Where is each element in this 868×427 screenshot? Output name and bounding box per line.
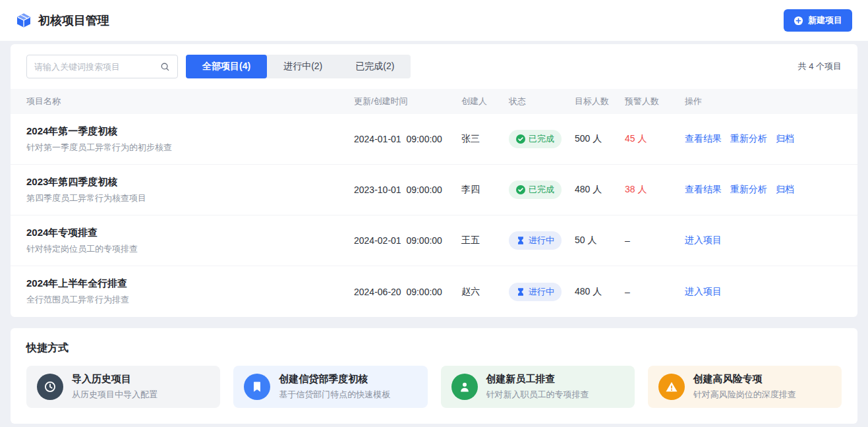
column-header: 创建人 (461, 96, 509, 107)
project-title: 2023年第四季度初核 (26, 176, 354, 188)
check-circle-icon (516, 185, 525, 194)
time-cell: 2023-10-01 09:00:00 (354, 185, 461, 195)
target-count-cell: 480 人 (575, 286, 625, 298)
column-header: 更新/创建时间 (354, 96, 461, 107)
time-cell: 2024-02-01 09:00:00 (354, 235, 461, 246)
actions-cell: 进入项目 (685, 235, 842, 246)
quick-card-title: 创建新员工排查 (486, 373, 589, 385)
project-description: 针对第一季度员工异常行为的初步核查 (26, 142, 354, 154)
creator-cell: 李四 (461, 184, 509, 196)
status-badge: 已完成 (509, 181, 562, 199)
column-header: 目标人数 (575, 96, 625, 107)
quick-card-title: 导入历史项目 (72, 373, 158, 385)
filter-tabs: 全部项目(4) 进行中(2) 已完成(2) (186, 55, 411, 78)
quick-actions-panel: 快捷方式 导入历史项目 从历史项目中导入配置 创建信贷部季度初核 基于信贷部门特… (11, 328, 857, 424)
actions-cell: 进入项目 (685, 286, 842, 298)
actions-cell: 查看结果重新分析归档 (685, 184, 842, 196)
table-row: 2024年第一季度初核 针对第一季度员工异常行为的初步核查 2024-01-01… (11, 114, 857, 165)
warning-count-cell: – (625, 287, 685, 297)
search-input[interactable] (34, 62, 160, 72)
action-link[interactable]: 重新分析 (730, 133, 767, 145)
status-label: 已完成 (529, 184, 554, 196)
actions-cell: 查看结果重新分析归档 (685, 133, 842, 145)
search-box[interactable] (26, 55, 178, 78)
quick-card-icon-circle (451, 374, 478, 400)
status-label: 进行中 (529, 235, 554, 246)
hourglass-icon (516, 287, 525, 297)
action-link[interactable]: 查看结果 (685, 184, 722, 196)
toolbar: 全部项目(4) 进行中(2) 已完成(2) 共 4 个项目 (11, 55, 857, 78)
plus-circle-icon (794, 16, 803, 26)
action-link[interactable]: 归档 (776, 133, 794, 145)
creator-cell: 赵六 (461, 286, 509, 298)
status-label: 进行中 (529, 286, 554, 298)
quick-card-title: 创建高风险专项 (693, 373, 796, 385)
page-title: 初核项目管理 (38, 13, 109, 28)
quick-action-card[interactable]: 创建新员工排查 针对新入职员工的专项排查 (441, 366, 635, 408)
status-cell: 已完成 (509, 130, 575, 148)
target-count-cell: 50 人 (575, 235, 625, 246)
time-cell: 2024-01-01 09:00:00 (354, 134, 461, 144)
new-project-label: 新建项目 (808, 14, 842, 26)
status-cell: 进行中 (509, 231, 575, 250)
quick-card-description: 从历史项目中导入配置 (72, 389, 158, 401)
filter-tab[interactable]: 全部项目(4) (186, 55, 267, 78)
project-title: 2024年第一季度初核 (26, 125, 354, 138)
table-row: 2023年第四季度初核 第四季度员工异常行为核查项目 2023-10-01 09… (11, 165, 857, 215)
action-link[interactable]: 进入项目 (685, 235, 722, 246)
quick-action-card[interactable]: 创建信贷部季度初核 基于信贷部门特点的快速模板 (233, 366, 427, 408)
quick-card-description: 基于信贷部门特点的快速模板 (279, 389, 390, 401)
title-group: 初核项目管理 (16, 13, 109, 28)
column-header: 项目名称 (26, 96, 354, 107)
status-cell: 已完成 (509, 181, 575, 199)
warning-count-cell: 38 人 (625, 184, 685, 196)
filter-tab[interactable]: 进行中(2) (267, 55, 339, 78)
quick-card-title: 创建信贷部季度初核 (279, 373, 390, 385)
action-link[interactable]: 重新分析 (730, 184, 767, 196)
quick-card-text: 创建高风险专项 针对高风险岗位的深度排查 (693, 373, 796, 401)
quick-card-text: 导入历史项目 从历史项目中导入配置 (72, 373, 158, 401)
quick-card-icon-circle (37, 374, 63, 400)
status-badge: 进行中 (509, 283, 562, 301)
quick-card-icon-circle (244, 374, 270, 400)
quick-actions-title: 快捷方式 (26, 341, 842, 355)
hourglass-icon (516, 236, 525, 245)
quick-card-description: 针对新入职员工的专项排查 (486, 389, 589, 401)
column-header: 操作 (685, 96, 842, 107)
status-cell: 进行中 (509, 283, 575, 301)
quick-card-text: 创建信贷部季度初核 基于信贷部门特点的快速模板 (279, 373, 390, 401)
quick-card-icon-circle (658, 374, 685, 400)
status-label: 已完成 (529, 133, 554, 145)
project-title: 2024年专项排查 (26, 227, 354, 239)
quick-card-description: 针对高风险岗位的深度排查 (693, 389, 796, 401)
quick-action-card[interactable]: 导入历史项目 从历史项目中导入配置 (26, 366, 220, 408)
status-badge: 已完成 (509, 130, 562, 148)
warning-count-cell: – (625, 235, 685, 246)
action-link[interactable]: 进入项目 (685, 286, 722, 298)
target-count-cell: 500 人 (575, 133, 625, 145)
new-project-button[interactable]: 新建项目 (784, 9, 852, 32)
column-header: 预警人数 (625, 96, 685, 107)
target-count-cell: 480 人 (575, 184, 625, 196)
project-description: 针对特定岗位员工的专项排查 (26, 243, 354, 255)
warning-icon (665, 380, 678, 393)
person-icon (458, 380, 471, 393)
column-header: 状态 (509, 96, 575, 107)
project-list-panel: 全部项目(4) 进行中(2) 已完成(2) 共 4 个项目 项目名称 更新/创建… (11, 44, 857, 317)
bookmark-icon (250, 380, 264, 393)
project-name-cell: 2024年第一季度初核 针对第一季度员工异常行为的初步核查 (26, 125, 354, 154)
status-badge: 进行中 (509, 231, 562, 250)
check-circle-icon (516, 134, 525, 144)
action-link[interactable]: 归档 (776, 184, 794, 196)
table-row: 2024年专项排查 针对特定岗位员工的专项排查 2024-02-01 09:00… (11, 215, 857, 266)
search-icon (160, 62, 170, 72)
filter-tab[interactable]: 已完成(2) (339, 55, 411, 78)
warning-count-cell: 45 人 (625, 133, 685, 145)
quick-card-text: 创建新员工排查 针对新入职员工的专项排查 (486, 373, 589, 401)
action-link[interactable]: 查看结果 (685, 133, 722, 145)
quick-action-card[interactable]: 创建高风险专项 针对高风险岗位的深度排查 (648, 366, 842, 408)
creator-cell: 张三 (461, 133, 509, 145)
cube-logo-icon (16, 13, 32, 28)
clock-icon (43, 380, 57, 393)
project-description: 全行范围员工异常行为排查 (26, 294, 354, 306)
